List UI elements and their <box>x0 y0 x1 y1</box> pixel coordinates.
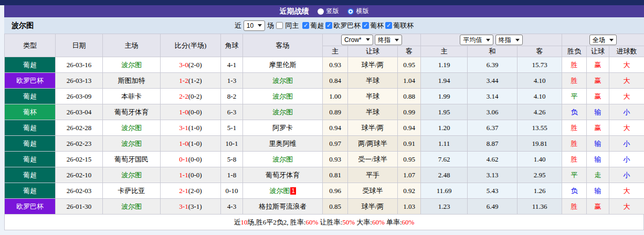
league-filter[interactable]: 葡联杯 <box>385 21 414 30</box>
eu-draw-odds: 3.13 <box>468 167 518 183</box>
league-badge: 葡超 <box>5 120 56 136</box>
home-team-link[interactable]: 波尔图 <box>121 124 142 132</box>
ah-away-odds: 0.99 <box>398 104 421 120</box>
ah-away-odds: 0.94 <box>398 120 421 136</box>
home-team-cell: 本菲卡 <box>103 89 161 104</box>
match-count-select[interactable]: 10 <box>244 20 265 31</box>
checkbox-icon[interactable] <box>302 22 309 29</box>
half-time-score: (1-2) <box>188 77 202 84</box>
view-option-horizontal-label: 横版 <box>356 7 369 16</box>
full-time-score: 1-2 <box>179 77 188 84</box>
home-team-link[interactable]: 葡萄牙体育 <box>114 108 149 116</box>
league-filter[interactable]: 葡杯 <box>362 21 384 30</box>
away-team-link[interactable]: 里奥阿维 <box>269 140 297 147</box>
away-team-cell: 格拉斯哥流浪者 <box>243 199 323 215</box>
scope-dropdown-group: 全场 <box>562 34 644 46</box>
full-time-score: 3-1 <box>179 124 188 132</box>
eu-draw-odds: 4.62 <box>468 152 518 167</box>
away-team-link[interactable]: 葡萄牙体育 <box>266 171 300 179</box>
result-goals: 大 <box>609 73 644 89</box>
ah-home-odds: 0.96 <box>323 183 348 199</box>
home-team-cell: 波尔图 <box>103 136 161 152</box>
match-row: 葡超26-02-03卡萨比亚2-1(2-0)0-10波尔图10.96受球半0.9… <box>5 183 644 199</box>
full-time-score: 1-0 <box>179 108 188 116</box>
corner-score: 8-2 <box>221 89 243 104</box>
match-date: 26-02-23 <box>56 136 103 152</box>
radio-checked-icon[interactable] <box>347 8 354 15</box>
scope-select[interactable]: 全场 <box>589 35 617 45</box>
handicap-stage-select[interactable]: 终指 <box>375 35 402 45</box>
bookmaker-select-value: Crow* <box>344 36 362 44</box>
result-goals: 大 <box>609 89 644 104</box>
europe-avg-select[interactable]: 平均值 <box>460 35 493 45</box>
home-team-link[interactable]: 葡萄牙国民 <box>114 155 149 163</box>
score-cell: 1-1(0-0) <box>161 167 221 183</box>
eu-home-odds: 7.62 <box>421 152 468 167</box>
match-date: 26-02-15 <box>56 152 103 167</box>
ah-home-odds: 0.93 <box>323 152 348 167</box>
home-team-cell: 斯图加特 <box>103 73 161 89</box>
away-team-link[interactable]: 波尔图 <box>272 92 293 100</box>
eu-home-odds: 1.99 <box>421 89 468 104</box>
eu-draw-odds: 6.49 <box>468 199 518 215</box>
eu-draw-odds: 5.43 <box>468 183 518 199</box>
summary-text: 场,胜6平2负2, 胜率: <box>248 218 306 227</box>
checkbox-icon[interactable] <box>385 22 392 29</box>
eu-draw-odds: 3.44 <box>468 73 518 89</box>
league-filter-label: 欧罗巴杯 <box>333 21 361 30</box>
match-row: 葡超26-03-16波尔图3-0(2-0)4-1摩里伦斯0.93球半/两0.95… <box>5 57 644 73</box>
radio-unchecked-icon[interactable] <box>318 8 324 15</box>
europe-stage-value: 终指 <box>499 36 511 45</box>
result-handicap: 赢 <box>587 199 609 215</box>
result-handicap: 输 <box>587 152 609 167</box>
away-team-link[interactable]: 波尔图 <box>269 187 290 195</box>
bookmaker-select[interactable]: Crow* <box>341 35 373 45</box>
checkbox-icon[interactable] <box>362 22 369 29</box>
ah-home-odds: 0.85 <box>323 199 348 215</box>
chevron-down-icon <box>366 38 370 41</box>
home-team-link[interactable]: 波尔图 <box>121 202 142 210</box>
ah-home-odds: 0.89 <box>323 104 348 120</box>
view-option-horizontal[interactable]: 横版 <box>347 7 369 16</box>
result-wdl: 胜 <box>562 199 587 215</box>
ah-line: 平手 <box>348 167 398 183</box>
score-cell: 0-1(0-0) <box>161 152 221 167</box>
eu-away-odds: 4.10 <box>518 89 562 104</box>
view-option-vertical[interactable]: 竖版 <box>318 7 339 16</box>
away-team-link[interactable]: 波尔图 <box>272 108 293 116</box>
home-team-cell: 波尔图 <box>103 120 161 136</box>
result-handicap: 赢 <box>587 89 609 104</box>
summary-text: 大率: <box>355 218 372 227</box>
league-filter[interactable]: 欧罗巴杯 <box>325 21 361 30</box>
home-team-link[interactable]: 波尔图 <box>121 140 142 147</box>
away-team-link[interactable]: 阿罗卡 <box>272 124 293 132</box>
ah-line: 半球 <box>348 73 398 89</box>
home-team-link[interactable]: 波尔图 <box>121 171 142 179</box>
eu-away-odds: 1.26 <box>518 183 562 199</box>
eu-away-odds: 2.95 <box>518 167 562 183</box>
league-filter[interactable]: 葡超 <box>302 21 324 30</box>
same-home-checkbox[interactable] <box>276 22 283 29</box>
home-team-link[interactable]: 斯图加特 <box>118 77 145 84</box>
result-wdl: 负 <box>562 104 587 120</box>
home-team-link[interactable]: 波尔图 <box>121 61 142 69</box>
away-team-link[interactable]: 摩里伦斯 <box>269 61 297 69</box>
home-team-cell: 葡萄牙国民 <box>103 152 161 167</box>
away-team-link[interactable]: 波尔图 <box>272 155 293 163</box>
checkbox-icon[interactable] <box>325 22 332 29</box>
eu-away-odds: 1.40 <box>518 152 562 167</box>
eu-away-odds: 13.55 <box>518 120 562 136</box>
away-team-link[interactable]: 格拉斯哥流浪者 <box>259 202 307 210</box>
eu-away-odds: 15.73 <box>518 57 562 73</box>
col-header-score: 比分(半场) <box>161 34 221 57</box>
home-team-link[interactable]: 本菲卡 <box>121 92 142 100</box>
sub-header-eu-draw: 和 <box>468 46 518 57</box>
europe-stage-select[interactable]: 终指 <box>495 35 523 45</box>
match-date: 26-02-03 <box>56 183 103 199</box>
result-handicap: 赢 <box>587 57 609 73</box>
summary-stat-value: 60% <box>372 218 385 227</box>
result-goals: 小 <box>609 104 644 120</box>
home-team-link[interactable]: 卡萨比亚 <box>118 187 145 195</box>
away-team-link[interactable]: 波尔图 <box>272 77 293 84</box>
ah-line: 球半/两 <box>348 199 398 215</box>
